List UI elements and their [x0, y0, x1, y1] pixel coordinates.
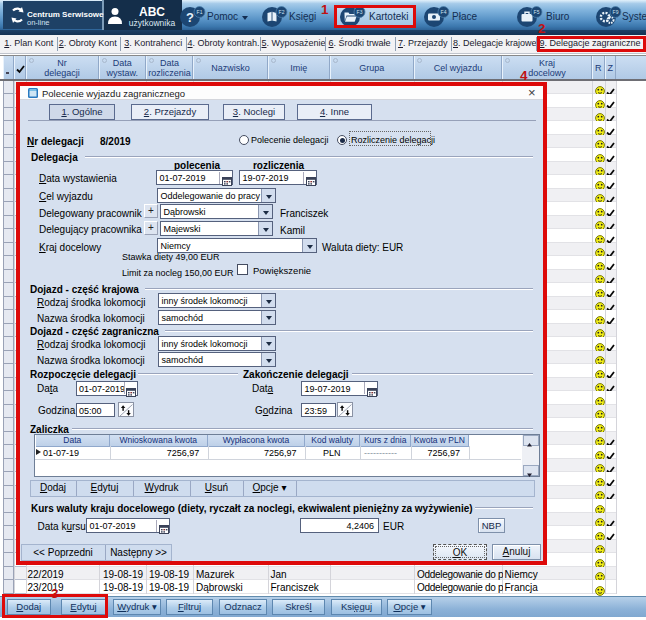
svg-text:F1: F1: [197, 9, 203, 15]
svg-text:F9: F9: [613, 9, 619, 15]
svg-text:?: ?: [186, 10, 194, 25]
svg-text:F4: F4: [441, 9, 447, 15]
svg-text:F2: F2: [279, 9, 285, 15]
svg-text:F5: F5: [534, 9, 540, 15]
